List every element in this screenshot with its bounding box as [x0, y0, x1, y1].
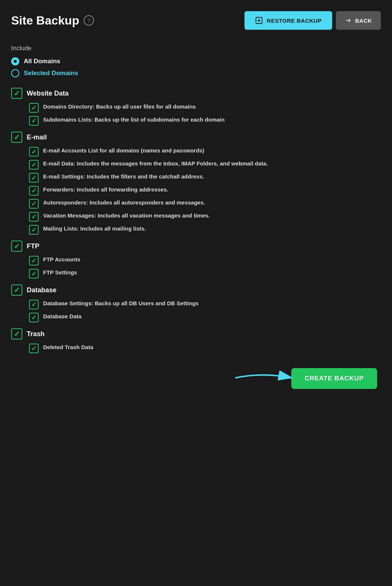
checkbox-label-autoresponders: Autoresponders: Includes all autorespond…	[43, 199, 205, 206]
checkbox-box-ftp-accounts	[29, 256, 39, 265]
page-header: Site Backup ? RESTORE BACKUP BACK	[11, 11, 381, 30]
checkbox-label-email-accounts: E-mail Accounts List for all domains (na…	[43, 146, 204, 154]
help-icon[interactable]: ?	[84, 15, 94, 26]
checkbox-sub-email-settings[interactable]: E-mail Settings: Includes the filters an…	[29, 173, 381, 183]
checkbox-label-email-settings: E-mail Settings: Includes the filters an…	[43, 173, 204, 180]
section-database: DatabaseDatabase Settings: Backs up all …	[11, 284, 381, 322]
radio-circle-selected-domains	[11, 69, 19, 77]
sub-group-trash: Deleted Trash Data	[29, 343, 381, 353]
checkbox-sub-deleted-trash-data[interactable]: Deleted Trash Data	[29, 343, 381, 353]
checkbox-label-forwarders: Forwarders: Includes all forwarding addr…	[43, 186, 168, 193]
checkbox-label-subdomains-list: Subdomains Lists: Backs up the list of s…	[43, 116, 224, 123]
radio-selected-domains[interactable]: Selected Domains	[11, 69, 381, 77]
checkbox-label-email-data: E-mail Data: Includes the messages from …	[43, 160, 268, 167]
checkbox-label-ftp-accounts: FTP Accounts	[43, 255, 80, 263]
checkbox-label-mailing-lists: Mailing Lists: Includes all mailing list…	[43, 225, 146, 232]
include-section: Include All Domains Selected Domains	[11, 45, 381, 77]
checkbox-box-database-data	[29, 313, 39, 322]
section-website-data: Website DataDomains Directory: Backs up …	[11, 88, 381, 126]
checkbox-box-domains-dir	[29, 103, 39, 113]
checkbox-label-domains-dir: Domains Directory: Backs up all user fil…	[43, 103, 196, 110]
include-label: Include	[11, 45, 381, 52]
section-label-email: E-mail	[27, 133, 47, 141]
checkbox-main-email[interactable]: E-mail	[11, 132, 381, 143]
arrow-container	[232, 368, 299, 389]
create-backup-button[interactable]: CREATE BACKUP	[291, 368, 377, 389]
sub-group-database: Database Settings: Backs up all DB Users…	[29, 299, 381, 322]
checkbox-label-ftp-settings: FTP Settings	[43, 268, 77, 276]
back-arrow-icon	[345, 17, 351, 24]
checkbox-box-ftp-settings	[29, 269, 39, 278]
checkbox-main-box-email	[11, 132, 22, 143]
checkbox-box-email-data	[29, 160, 39, 170]
checkbox-sub-ftp-accounts[interactable]: FTP Accounts	[29, 255, 381, 265]
checkbox-box-email-accounts	[29, 147, 39, 157]
section-label-trash: Trash	[27, 330, 45, 338]
restore-icon	[255, 16, 263, 25]
page-title: Site Backup	[11, 14, 79, 28]
section-label-website-data: Website Data	[27, 90, 69, 97]
checkbox-main-ftp[interactable]: FTP	[11, 241, 381, 252]
checkbox-box-database-settings	[29, 300, 39, 309]
checkbox-label-database-settings: Database Settings: Backs up all DB Users…	[43, 299, 198, 307]
checkbox-main-box-trash	[11, 328, 22, 339]
section-label-ftp: FTP	[27, 242, 39, 250]
checkbox-box-mailing-lists	[29, 225, 39, 235]
section-ftp: FTPFTP AccountsFTP Settings	[11, 241, 381, 278]
sub-group-website-data: Domains Directory: Backs up all user fil…	[29, 103, 381, 126]
checkbox-main-box-database	[11, 284, 22, 296]
checkbox-box-autoresponders	[29, 199, 39, 209]
checkbox-sub-vacation-messages[interactable]: Vacation Messages: Includes all vacation…	[29, 212, 381, 222]
checkbox-main-website-data[interactable]: Website Data	[11, 88, 381, 99]
back-button[interactable]: BACK	[336, 11, 381, 30]
checkbox-sub-database-settings[interactable]: Database Settings: Backs up all DB Users…	[29, 299, 381, 309]
checkbox-sub-database-data[interactable]: Database Data	[29, 312, 381, 322]
header-buttons: RESTORE BACKUP BACK	[244, 11, 381, 30]
checkbox-label-vacation-messages: Vacation Messages: Includes all vacation…	[43, 212, 210, 219]
checkbox-sub-autoresponders[interactable]: Autoresponders: Includes all autorespond…	[29, 199, 381, 209]
checkbox-sub-domains-dir[interactable]: Domains Directory: Backs up all user fil…	[29, 103, 381, 113]
restore-backup-button[interactable]: RESTORE BACKUP	[244, 11, 332, 30]
checkbox-main-box-ftp	[11, 241, 22, 252]
checkbox-box-vacation-messages	[29, 212, 39, 222]
checkbox-sub-subdomains-list[interactable]: Subdomains Lists: Backs up the list of s…	[29, 116, 381, 126]
radio-label-all-domains: All Domains	[24, 58, 60, 65]
checkbox-main-database[interactable]: Database	[11, 284, 381, 296]
bottom-area: CREATE BACKUP	[11, 368, 381, 389]
checkbox-label-deleted-trash-data: Deleted Trash Data	[43, 343, 93, 351]
checkbox-box-email-settings	[29, 173, 39, 183]
section-label-database: Database	[27, 286, 56, 294]
checkbox-main-box-website-data	[11, 88, 22, 99]
checkbox-box-subdomains-list	[29, 116, 39, 126]
checkbox-sub-email-accounts[interactable]: E-mail Accounts List for all domains (na…	[29, 146, 381, 157]
checkbox-sub-mailing-lists[interactable]: Mailing Lists: Includes all mailing list…	[29, 225, 381, 235]
radio-group: All Domains Selected Domains	[11, 57, 381, 77]
sections-container: Website DataDomains Directory: Backs up …	[11, 88, 381, 353]
radio-all-domains[interactable]: All Domains	[11, 57, 381, 65]
checkbox-main-trash[interactable]: Trash	[11, 328, 381, 339]
section-trash: TrashDeleted Trash Data	[11, 328, 381, 353]
radio-label-selected-domains: Selected Domains	[24, 70, 78, 77]
checkbox-sub-email-data[interactable]: E-mail Data: Includes the messages from …	[29, 160, 381, 170]
radio-circle-all-domains	[11, 57, 19, 65]
arrow-icon	[232, 368, 299, 387]
checkbox-sub-ftp-settings[interactable]: FTP Settings	[29, 268, 381, 278]
sub-group-email: E-mail Accounts List for all domains (na…	[29, 146, 381, 235]
sub-group-ftp: FTP AccountsFTP Settings	[29, 255, 381, 278]
checkbox-box-deleted-trash-data	[29, 344, 39, 353]
section-email: E-mailE-mail Accounts List for all domai…	[11, 132, 381, 235]
header-left: Site Backup ?	[11, 14, 94, 28]
checkbox-box-forwarders	[29, 186, 39, 196]
checkbox-label-database-data: Database Data	[43, 312, 81, 320]
checkbox-sub-forwarders[interactable]: Forwarders: Includes all forwarding addr…	[29, 186, 381, 196]
